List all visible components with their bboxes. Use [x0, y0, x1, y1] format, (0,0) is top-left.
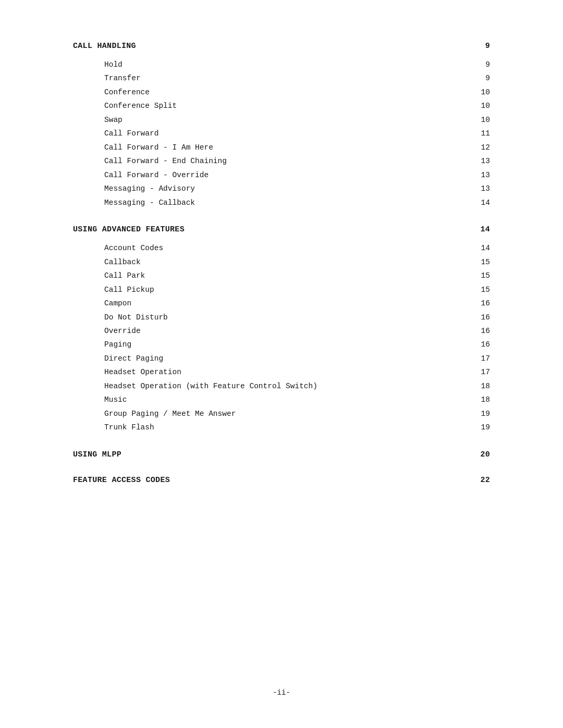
toc-item-label: Group Paging / Meet Me Answer	[104, 408, 469, 419]
heading-call-handling: CALL HANDLING9	[73, 42, 490, 51]
section-call-handling: CALL HANDLING9Hold9Transfer9Conference10…	[73, 42, 490, 208]
list-item: Swap10	[104, 114, 490, 126]
list-item: Trunk Flash19	[104, 422, 490, 433]
toc-item-label: Direct Paging	[104, 353, 469, 364]
toc-item-page: 18	[469, 380, 490, 392]
toc-item-page: 16	[469, 312, 490, 323]
toc-item-page: 14	[469, 197, 490, 208]
toc-item-page: 13	[469, 155, 490, 167]
heading-page-using-mlpp: 20	[480, 450, 490, 459]
list-item: Music18	[104, 394, 490, 405]
toc-item-page: 17	[469, 366, 490, 378]
page: CALL HANDLING9Hold9Transfer9Conference10…	[0, 0, 563, 728]
toc-item-label: Trunk Flash	[104, 422, 469, 433]
list-item: Override16	[104, 325, 490, 337]
toc-item-page: 16	[469, 298, 490, 309]
toc-item-page: 16	[469, 325, 490, 337]
toc-item-label: Call Forward	[104, 128, 469, 139]
section-using-advanced-features: USING ADVANCED FEATURES14Account Codes14…	[73, 225, 490, 434]
list-item: Conference Split10	[104, 100, 490, 112]
list-item: Group Paging / Meet Me Answer19	[104, 408, 490, 419]
toc-item-page: 18	[469, 394, 490, 405]
toc-item-page: 13	[469, 169, 490, 181]
toc-item-label: Do Not Disturb	[104, 312, 469, 323]
list-item: Conference10	[104, 87, 490, 98]
items-call-handling: Hold9Transfer9Conference10Conference Spl…	[104, 59, 490, 208]
toc-item-label: Call Park	[104, 270, 469, 281]
toc-item-label: Call Forward - Override	[104, 169, 469, 181]
list-item: Call Park15	[104, 270, 490, 281]
section-using-mlpp: USING MLPP20	[73, 450, 490, 459]
heading-page-using-advanced-features: 14	[480, 225, 490, 234]
toc-item-page: 19	[469, 422, 490, 433]
list-item: Do Not Disturb16	[104, 312, 490, 323]
toc-item-label: Call Forward - End Chaining	[104, 155, 469, 167]
list-item: Direct Paging17	[104, 353, 490, 364]
table-of-contents: CALL HANDLING9Hold9Transfer9Conference10…	[73, 42, 490, 485]
section-feature-access-codes: FEATURE ACCESS CODES22	[73, 476, 490, 485]
toc-item-page: 10	[469, 114, 490, 126]
list-item: Campon16	[104, 298, 490, 309]
heading-label-feature-access-codes: FEATURE ACCESS CODES	[73, 476, 170, 485]
list-item: Headset Operation (with Feature Control …	[104, 380, 490, 392]
toc-item-page: 14	[469, 242, 490, 254]
toc-item-page: 9	[469, 72, 490, 84]
list-item: Callback15	[104, 256, 490, 268]
heading-label-using-mlpp: USING MLPP	[73, 450, 121, 459]
items-using-advanced-features: Account Codes14Callback15Call Park15Call…	[104, 242, 490, 434]
list-item: Call Forward - End Chaining13	[104, 155, 490, 167]
toc-item-label: Account Codes	[104, 242, 469, 254]
list-item: Account Codes14	[104, 242, 490, 254]
toc-item-label: Swap	[104, 114, 469, 126]
toc-item-label: Headset Operation	[104, 366, 469, 378]
toc-item-page: 9	[469, 59, 490, 70]
list-item: Hold9	[104, 59, 490, 70]
toc-item-page: 12	[469, 142, 490, 153]
heading-label-call-handling: CALL HANDLING	[73, 42, 136, 51]
heading-using-advanced-features: USING ADVANCED FEATURES14	[73, 225, 490, 234]
toc-item-label: Hold	[104, 59, 469, 70]
page-footer: -ii-	[0, 688, 563, 697]
list-item: Paging16	[104, 339, 490, 350]
toc-item-label: Messaging - Advisory	[104, 183, 469, 194]
toc-item-page: 13	[469, 183, 490, 194]
list-item: Call Forward - I Am Here12	[104, 142, 490, 153]
list-item: Headset Operation17	[104, 366, 490, 378]
toc-item-label: Music	[104, 394, 469, 405]
heading-feature-access-codes: FEATURE ACCESS CODES22	[73, 476, 490, 485]
heading-label-using-advanced-features: USING ADVANCED FEATURES	[73, 225, 185, 234]
toc-item-label: Call Forward - I Am Here	[104, 142, 469, 153]
toc-item-page: 11	[469, 128, 490, 139]
toc-item-label: Conference	[104, 87, 469, 98]
toc-item-label: Call Pickup	[104, 284, 469, 295]
toc-item-page: 15	[469, 284, 490, 295]
toc-item-page: 10	[469, 100, 490, 112]
toc-item-page: 15	[469, 256, 490, 268]
heading-page-feature-access-codes: 22	[480, 476, 490, 485]
list-item: Call Forward11	[104, 128, 490, 139]
toc-item-page: 17	[469, 353, 490, 364]
toc-item-label: Callback	[104, 256, 469, 268]
toc-item-page: 16	[469, 339, 490, 350]
toc-item-label: Headset Operation (with Feature Control …	[104, 380, 469, 392]
toc-item-label: Paging	[104, 339, 469, 350]
heading-using-mlpp: USING MLPP20	[73, 450, 490, 459]
list-item: Call Forward - Override13	[104, 169, 490, 181]
list-item: Messaging - Callback14	[104, 197, 490, 208]
footer-text: -ii-	[273, 688, 290, 697]
toc-item-label: Conference Split	[104, 100, 469, 112]
toc-item-page: 19	[469, 408, 490, 419]
toc-item-label: Transfer	[104, 72, 469, 84]
list-item: Call Pickup15	[104, 284, 490, 295]
toc-item-page: 15	[469, 270, 490, 281]
toc-item-label: Override	[104, 325, 469, 337]
heading-page-call-handling: 9	[485, 42, 490, 51]
toc-item-label: Campon	[104, 298, 469, 309]
toc-item-label: Messaging - Callback	[104, 197, 469, 208]
list-item: Messaging - Advisory13	[104, 183, 490, 194]
list-item: Transfer9	[104, 72, 490, 84]
toc-item-page: 10	[469, 87, 490, 98]
